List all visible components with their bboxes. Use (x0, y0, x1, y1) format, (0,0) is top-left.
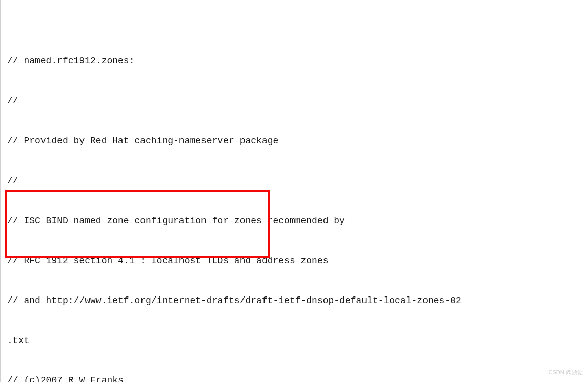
watermark: CSDN @浙觉 (549, 366, 583, 379)
code-line: // (c)2007 R W Franks (7, 374, 588, 382)
code-line: // and http://www.ietf.org/internet-draf… (7, 294, 588, 307)
code-line: // ISC BIND named zone configuration for… (7, 214, 588, 227)
code-line: .txt (7, 334, 588, 347)
code-line: // (7, 94, 588, 108)
config-file-view: // named.rfc1912.zones: // // Provided b… (0, 0, 588, 382)
code-line: // named.rfc1912.zones: (7, 54, 588, 68)
code-line: // Provided by Red Hat caching-nameserve… (7, 134, 588, 147)
code-line: // (7, 174, 588, 187)
left-border (0, 0, 1, 382)
code-line: // RFC 1912 section 4.1 : localhost TLDs… (7, 254, 588, 267)
